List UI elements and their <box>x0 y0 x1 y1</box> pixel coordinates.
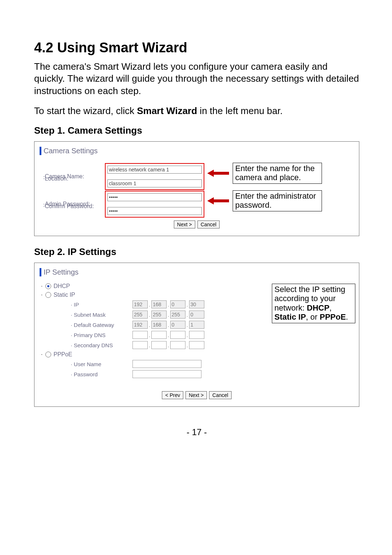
pdns-label: · Primary DNS <box>71 332 132 338</box>
camera-settings-title: Camera Settings <box>40 147 355 155</box>
confirm-password-input[interactable] <box>107 207 202 215</box>
ip-oct-4[interactable] <box>189 300 204 308</box>
password-group <box>105 191 204 218</box>
svg-marker-1 <box>207 197 229 204</box>
pppoe-user-label: · User Name <box>71 361 132 367</box>
pppoe-label: PPPoE <box>53 351 72 358</box>
note-ip-b3: PPPoE <box>320 312 346 321</box>
ip-label: · IP <box>71 301 132 308</box>
location-label: ·Location: <box>43 175 105 182</box>
note-camera-name: Enter the name for the camera and place. <box>233 163 322 184</box>
staticip-radio-row[interactable]: · Static IP <box>41 292 265 298</box>
bullet-icon: · <box>41 283 42 289</box>
next-button[interactable]: Next > <box>174 220 195 228</box>
note-password: Enter the administrator password. <box>233 190 322 212</box>
para2-bold: Smart Wizard <box>137 105 197 116</box>
dhcp-radio[interactable] <box>45 283 51 289</box>
subnet-oct-1[interactable] <box>132 311 148 319</box>
step1-heading: Step 1. Camera Settings <box>34 125 359 136</box>
confirm-password-label: ·Confirm Password: <box>43 203 105 210</box>
note-ip-m2: , or <box>306 312 320 321</box>
pdns-oct-2[interactable] <box>151 331 167 339</box>
camera-name-input[interactable] <box>107 166 202 174</box>
sdns-octets: . . . <box>132 341 204 349</box>
pdns-octets: . . . <box>132 331 204 339</box>
gateway-octets: . . . <box>132 321 204 329</box>
step2-heading: Step 2. IP Settings <box>34 246 359 258</box>
subnet-oct-4[interactable] <box>189 311 204 319</box>
arrow-left-icon <box>207 197 229 205</box>
bullet-icon: · <box>41 351 42 358</box>
subnet-oct-3[interactable] <box>170 311 185 319</box>
note-ip-setting: Select the IP setting according to your … <box>272 284 355 323</box>
subnet-label: · Subnet Mask <box>71 312 132 318</box>
pppoe-radio[interactable] <box>45 352 51 357</box>
subnet-oct-2[interactable] <box>151 311 167 319</box>
gw-oct-3[interactable] <box>170 321 185 329</box>
ip-octets: . . . <box>132 300 204 308</box>
gw-oct-1[interactable] <box>132 321 148 329</box>
sdns-oct-3[interactable] <box>170 341 185 349</box>
sdns-oct-2[interactable] <box>151 341 167 349</box>
gw-oct-2[interactable] <box>151 321 167 329</box>
pppoe-pass-label: · Password <box>71 371 132 377</box>
arrow-left-icon <box>207 169 229 178</box>
pdns-oct-1[interactable] <box>132 331 148 339</box>
para2-post: in the left menu bar. <box>197 105 283 116</box>
sdns-oct-4[interactable] <box>189 341 204 349</box>
note-ip-b2: Static IP <box>274 312 306 321</box>
camera-name-location-group <box>105 163 204 190</box>
camera-settings-panel: Camera Settings ·Camera Name: ·Location: <box>34 141 359 236</box>
staticip-label: Static IP <box>53 292 75 298</box>
sdns-oct-1[interactable] <box>132 341 148 349</box>
sdns-label: · Secondary DNS <box>71 342 132 348</box>
cancel-button[interactable]: Cancel <box>209 391 232 399</box>
para2-pre: To start the wizard, click <box>34 105 137 116</box>
pdns-oct-4[interactable] <box>189 331 204 339</box>
pppoe-user-input[interactable] <box>132 360 201 368</box>
pppoe-pass-input[interactable] <box>132 370 201 378</box>
dhcp-label: DHCP <box>53 283 70 289</box>
ip-oct-2[interactable] <box>151 300 167 308</box>
note-ip-b1: DHCP <box>307 303 329 312</box>
gw-oct-4[interactable] <box>189 321 204 329</box>
ip-settings-title: IP Settings <box>40 268 355 276</box>
subnet-octets: . . . <box>132 311 204 319</box>
ip-settings-panel: IP Settings · DHCP · Static IP · IP . <box>34 263 359 407</box>
page-number: - 17 - <box>34 427 359 437</box>
note-ip-post: . <box>346 312 348 321</box>
section-title: 4.2 Using Smart Wizard <box>34 40 359 56</box>
prev-button[interactable]: < Prev <box>162 391 183 399</box>
intro-paragraph-2: To start the wizard, click Smart Wizard … <box>34 105 359 117</box>
admin-password-input[interactable] <box>107 193 202 201</box>
pppoe-radio-row[interactable]: · PPPoE <box>41 351 265 358</box>
bullet-icon: · <box>41 292 42 298</box>
ip-oct-1[interactable] <box>132 300 148 308</box>
next-button[interactable]: Next > <box>185 391 207 399</box>
svg-marker-0 <box>207 170 229 177</box>
pdns-oct-3[interactable] <box>170 331 185 339</box>
dhcp-radio-row[interactable]: · DHCP <box>41 283 265 289</box>
note-ip-m1: , <box>330 303 332 312</box>
ip-oct-3[interactable] <box>170 300 185 308</box>
location-input[interactable] <box>107 179 202 187</box>
intro-paragraph-1: The camera's Smart Wizard lets you confi… <box>34 61 359 97</box>
gateway-label: · Default Gateway <box>71 322 132 328</box>
cancel-button[interactable]: Cancel <box>197 220 220 228</box>
staticip-radio[interactable] <box>45 292 51 298</box>
